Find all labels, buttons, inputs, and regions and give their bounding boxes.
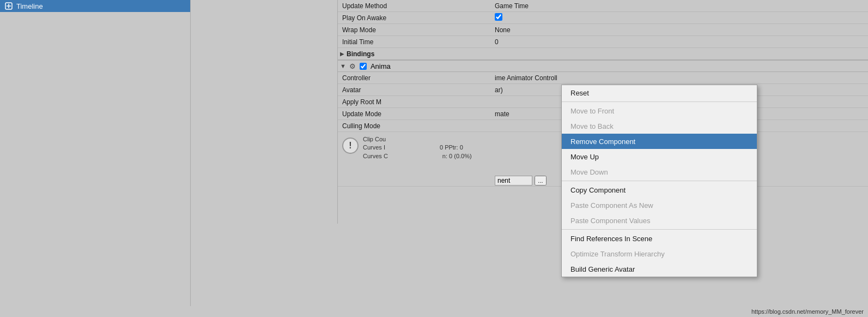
update-mode-label: Update Mode (342, 110, 495, 118)
initial-time-label: Initial Time (342, 38, 495, 46)
update-method-row: Update Method Game Time (338, 0, 868, 12)
menu-item-optimize-transform[interactable]: Optimize Transform Hierarchy (562, 246, 757, 261)
apply-root-label: Apply Root M (342, 98, 495, 106)
context-menu: Reset Move to Front Move to Back Remove … (561, 85, 757, 277)
controller-row: Controller ime Animator Controll (338, 72, 868, 84)
controller-label: Controller (342, 74, 495, 82)
animator-arrow: ▼ (340, 63, 346, 69)
menu-item-move-up[interactable]: Move Up (562, 149, 757, 164)
component-button[interactable]: ... (535, 176, 546, 186)
menu-separator-3 (562, 229, 757, 230)
error-icon: ! (342, 137, 359, 154)
error-line-3: Curves Cn: 0 (0.0%) (363, 152, 472, 160)
controller-value: ime Animator Controll (495, 74, 864, 82)
initial-time-row: Initial Time 0 (338, 36, 868, 48)
play-on-awake-row: Play On Awake (338, 12, 868, 24)
play-on-awake-value[interactable] (495, 13, 864, 22)
wrap-mode-row: Wrap Mode None (338, 24, 868, 36)
initial-time-value: 0 (495, 38, 864, 46)
update-method-label: Update Method (342, 2, 495, 10)
menu-separator-1 (562, 101, 757, 102)
left-panel: Timeline (0, 0, 191, 317)
error-line-1: Clip Cou (363, 135, 472, 143)
timeline-label: Timeline (16, 2, 43, 10)
animator-header[interactable]: ▼ ⚙ Anima (338, 60, 868, 72)
menu-item-move-to-back[interactable]: Move to Back (562, 118, 757, 134)
menu-item-paste-values[interactable]: Paste Component Values (562, 213, 757, 228)
status-url: https://blog.csdn.net/memory_MM_forever (751, 308, 864, 315)
avatar-label: Avatar (342, 86, 495, 94)
component-value: nent (495, 176, 532, 186)
play-on-awake-checkbox[interactable] (495, 13, 502, 21)
wrap-mode-value: None (495, 26, 864, 34)
status-bar: https://blog.csdn.net/memory_MM_forever (0, 306, 868, 317)
middle-panel (191, 0, 338, 224)
update-method-value: Game Time (495, 2, 864, 10)
menu-item-reset[interactable]: Reset (562, 85, 757, 100)
menu-item-copy-component[interactable]: Copy Component (562, 182, 757, 198)
menu-item-build-generic-avatar[interactable]: Build Generic Avatar (562, 261, 757, 277)
bindings-label: Bindings (347, 50, 374, 58)
menu-item-paste-as-new[interactable]: Paste Component As New (562, 198, 757, 213)
timeline-item[interactable]: Timeline (0, 0, 190, 12)
animator-label: Anima (371, 62, 391, 70)
menu-item-find-references[interactable]: Find References In Scene (562, 231, 757, 246)
error-text: Clip Cou Curves I0 PPtr: 0 Curves Cn: 0 … (363, 135, 472, 160)
play-on-awake-label: Play On Awake (342, 14, 495, 22)
bindings-triangle: ▶ (340, 51, 344, 57)
menu-item-move-down[interactable]: Move Down (562, 164, 757, 180)
animator-checkbox[interactable] (360, 63, 367, 70)
timeline-icon (4, 2, 13, 10)
menu-item-remove-component[interactable]: Remove Component (562, 134, 757, 149)
animator-gear-icon: ⚙ (349, 62, 356, 70)
menu-separator-2 (562, 181, 757, 181)
menu-item-move-to-front[interactable]: Move to Front (562, 103, 757, 118)
culling-mode-label: Culling Mode (342, 122, 495, 130)
bindings-section[interactable]: ▶ Bindings (338, 48, 868, 60)
wrap-mode-label: Wrap Mode (342, 26, 495, 34)
error-line-2: Curves I0 PPtr: 0 (363, 143, 472, 152)
